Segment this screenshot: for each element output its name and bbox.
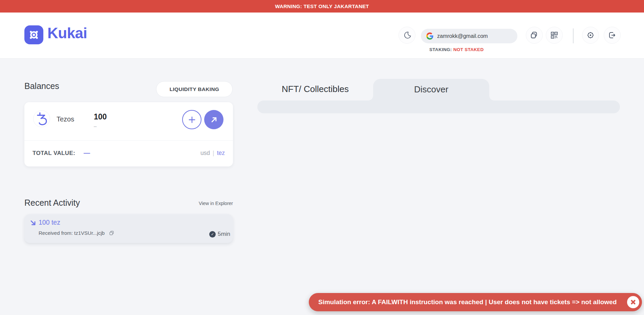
staking-value: NOT STAKED [453,47,484,52]
card-divider [24,140,233,141]
tab-discover[interactable]: Discover [373,79,489,100]
activity-amount: 100 tez [39,219,60,226]
arrow-up-right-icon [209,115,219,125]
receive-add-button[interactable] [182,110,201,129]
token-amount: 100 [94,112,107,121]
google-icon [426,32,433,40]
logout-icon [608,31,617,40]
copy-icon [530,31,539,40]
qr-code-icon [550,31,558,39]
brand-name: Kukai [47,25,87,42]
kukai-logo-icon[interactable] [24,25,43,44]
balance-card: Tezos 100 – TOTAL VALUE: — usd | tez [24,102,233,166]
copy-hash-icon[interactable] [109,230,114,236]
currency-usd-option[interactable]: usd [200,150,210,157]
liquidity-baking-button[interactable]: LIQUIDITY BAKING [156,81,233,97]
moon-icon [402,30,412,40]
confirmed-check-icon: ✓ [209,231,216,238]
gear-icon [586,31,595,40]
currency-tez-option[interactable]: tez [217,150,225,157]
header: Kukai zamrokk@gmail.com [0,13,644,59]
tab-nft-collectibles[interactable]: NFT/ Collectibles [257,84,373,95]
error-toast: Simulation error: A FAILWITH instruction… [309,293,642,311]
tab-content-bar [257,100,620,113]
toast-close-button[interactable] [627,296,639,308]
account-selector[interactable]: zamrokk@gmail.com [421,29,517,43]
tab-fillet-right [489,96,494,100]
recent-activity-heading: Recent Activity [24,198,80,208]
view-in-explorer-link[interactable]: View in Explorer [165,201,233,206]
currency-toggle: usd | tez [200,150,225,157]
tezos-glyph-icon [36,112,47,126]
close-icon [630,299,636,305]
activity-item[interactable]: 100 tez Received from: tz1VSUr...jcjb ✓ … [24,214,233,243]
send-button[interactable] [204,110,223,129]
total-value: — [84,149,90,157]
activity-description: Received from: tz1VSUr...jcjb [39,230,105,236]
tab-fillet-left [368,96,373,100]
warning-text: WARNING: TEST ONLY JAKARTANET [275,3,369,9]
staking-label: STAKING: [429,47,452,52]
test-network-warning-banner: WARNING: TEST ONLY JAKARTANET [0,0,644,13]
account-email: zamrokk@gmail.com [437,33,488,39]
token-fiat-value: – [94,123,96,129]
activity-time: 5min [218,231,230,238]
header-divider [573,28,574,43]
dark-mode-toggle-button[interactable] [399,27,415,44]
error-toast-message: Simulation error: A FAILWITH instruction… [318,298,617,306]
plus-icon [187,115,197,125]
tezos-token-icon [33,110,50,127]
camera-lens-icon [27,28,41,42]
kukai-wallet-app: WARNING: TEST ONLY JAKARTANET Kukai [0,0,644,315]
settings-button[interactable] [582,27,599,44]
received-arrow-icon [30,220,37,226]
balances-heading: Balances [24,81,59,91]
qr-code-button[interactable] [546,27,563,44]
currency-separator: | [213,150,214,157]
logout-button[interactable] [604,27,621,44]
total-value-label: TOTAL VALUE: [33,150,75,157]
staking-status: STAKING: NOT STAKED [429,47,484,52]
token-name: Tezos [57,115,74,123]
copy-address-button[interactable] [526,27,543,44]
